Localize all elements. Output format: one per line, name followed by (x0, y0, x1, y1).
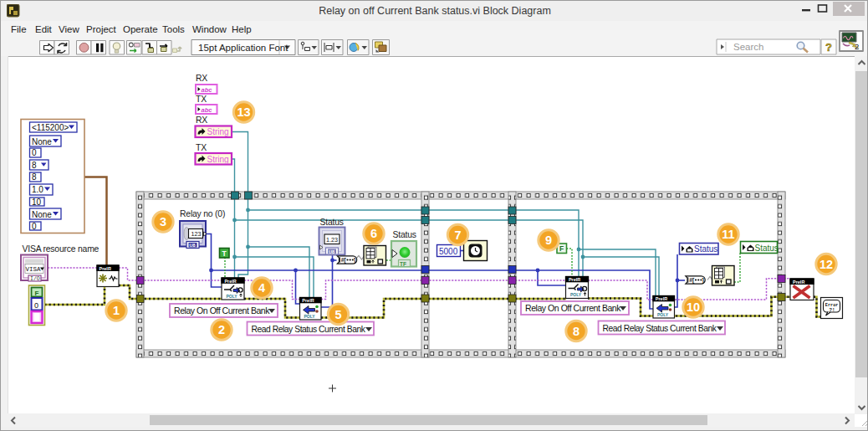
svg-text:10: 10 (687, 300, 700, 314)
svg-text:5000: 5000 (439, 247, 458, 256)
svg-text:0: 0 (32, 222, 37, 231)
svg-text:T: T (222, 249, 227, 258)
svg-text:Status: Status (694, 244, 717, 254)
svg-text:5: 5 (334, 308, 341, 321)
svg-text:12: 12 (819, 258, 833, 271)
svg-text:6: 6 (370, 227, 377, 240)
svg-text:RX: RX (196, 115, 207, 125)
svg-text:2: 2 (218, 323, 225, 336)
svg-text:<115200>: <115200> (32, 123, 69, 132)
svg-text:4: 4 (258, 281, 265, 295)
svg-text:1.23: 1.23 (326, 236, 338, 244)
svg-text:9: 9 (545, 233, 552, 247)
svg-text:123: 123 (191, 230, 202, 238)
svg-text:None: None (32, 210, 52, 219)
svg-text:TX: TX (196, 95, 207, 104)
svg-text:U8: U8 (190, 243, 196, 248)
svg-text:0: 0 (34, 301, 38, 310)
svg-text:Relay no (0): Relay no (0) (180, 209, 225, 218)
svg-text:PreIR: PreIR (100, 266, 111, 271)
svg-text:TX: TX (196, 143, 207, 152)
svg-text:F: F (35, 290, 39, 297)
svg-text:8: 8 (32, 172, 37, 182)
svg-text:None: None (32, 137, 52, 146)
svg-text:8: 8 (573, 325, 580, 338)
svg-text:11: 11 (722, 228, 734, 241)
svg-text:0: 0 (32, 148, 37, 157)
svg-text:3: 3 (160, 215, 166, 228)
svg-text:VISA: VISA (26, 266, 42, 273)
svg-text:8: 8 (32, 161, 37, 170)
svg-text:1: 1 (113, 304, 120, 317)
svg-text:Status: Status (320, 218, 344, 227)
svg-text:13: 13 (237, 105, 250, 119)
svg-text:Status: Status (393, 230, 416, 239)
svg-text:VISA resource name: VISA resource name (23, 244, 100, 254)
svg-text:10: 10 (32, 198, 42, 207)
svg-text:7: 7 (454, 228, 461, 242)
svg-text:RX: RX (196, 74, 207, 83)
svg-text:F: F (559, 244, 564, 253)
svg-text:U8: U8 (329, 249, 334, 254)
svg-text:PreIR: PreIR (793, 280, 804, 285)
svg-text:?!: ?! (830, 307, 835, 313)
svg-text:Status: Status (755, 244, 779, 253)
svg-text:1.0: 1.0 (32, 185, 43, 194)
svg-text:TF: TF (400, 261, 406, 267)
svg-text:I/O: I/O (30, 276, 40, 282)
